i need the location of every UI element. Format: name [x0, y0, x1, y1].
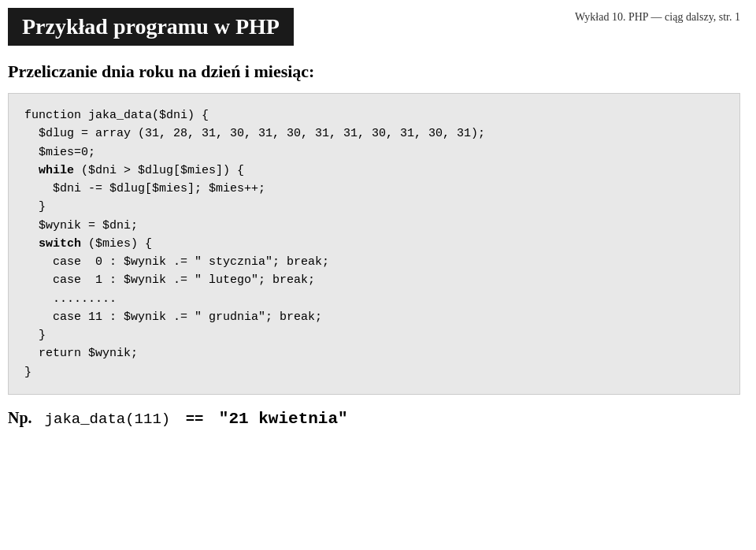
code-line-5: $dni -= $dlug[$mies]; $mies++;: [24, 182, 265, 195]
example-label: Np.: [8, 409, 32, 427]
main-content: Przeliczanie dnia roku na dzień i miesią…: [0, 46, 756, 436]
code-line-dots: .........: [24, 292, 117, 306]
page-info: Wykład 10. PHP — ciąg dalszy, str. 1: [575, 11, 740, 24]
code-line-8-switch: switch ($mies) {: [24, 237, 152, 251]
code-line-13: return $wynik;: [24, 347, 138, 360]
example-code: jaka_data(111) == "21 kwietnia": [45, 410, 348, 428]
example-function: jaka_data(111): [45, 411, 171, 428]
page-title: Przykład programu w PHP: [8, 8, 294, 46]
page-header: Przykład programu w PHP Wykład 10. PHP —…: [0, 0, 756, 46]
example-operator: ==: [186, 411, 204, 428]
code-line-2: $dlug = array (31, 28, 31, 30, 31, 30, 3…: [24, 127, 485, 140]
example-line: Np. jaka_data(111) == "21 kwietnia": [8, 409, 740, 428]
code-line-11: case 11 : $wynik .= " grudnia"; break;: [24, 310, 322, 324]
code-line-7: $wynik = $dni;: [24, 219, 138, 232]
code-line-12: }: [24, 329, 46, 342]
code-line-3: $mies=0;: [24, 146, 95, 159]
subtitle: Przeliczanie dnia roku na dzień i miesią…: [8, 61, 740, 82]
code-line-10: case 1 : $wynik .= " lutego"; break;: [24, 273, 315, 287]
code-line-1: function jaka_data($dni) {: [24, 109, 209, 122]
code-line-14: }: [24, 366, 32, 379]
example-result: "21 kwietnia": [219, 410, 348, 428]
code-line-9: case 0 : $wynik .= " stycznia"; break;: [24, 255, 329, 269]
code-line-4-while: while ($dni > $dlug[$mies]) {: [24, 164, 244, 177]
code-line-6: }: [24, 200, 46, 214]
code-block: function jaka_data($dni) { $dlug = array…: [8, 93, 740, 395]
